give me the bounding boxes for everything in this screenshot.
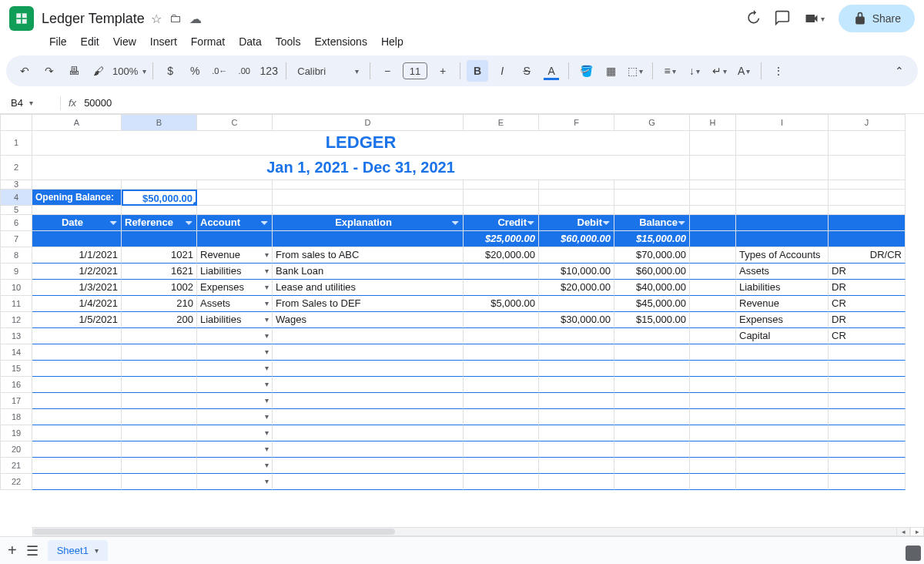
cell-balance[interactable]: $60,000.00	[614, 264, 690, 280]
cell-date[interactable]: 1/3/2021	[32, 280, 122, 296]
cell-account[interactable]: Liabilities▾	[197, 264, 273, 280]
redo-icon[interactable]: ↷	[38, 60, 60, 82]
cell-ref[interactable]: 1002	[122, 280, 197, 296]
account-type[interactable]: Revenue	[736, 296, 829, 312]
name-box[interactable]: B4▾	[6, 97, 60, 109]
row-header-8[interactable]: 8	[0, 247, 32, 264]
account-type[interactable]: Capital	[736, 328, 829, 344]
hdr-debit[interactable]: Debit⏷	[539, 215, 614, 231]
col-header-d[interactable]: D	[273, 114, 464, 131]
merge-button[interactable]: ⬚▾	[624, 60, 646, 82]
row-header-10[interactable]: 10	[0, 280, 32, 296]
cell-explanation[interactable]: Wages	[273, 312, 464, 328]
document-title[interactable]: Ledger Template	[42, 11, 145, 27]
accounts-header-type[interactable]: Types of Accounts	[736, 247, 829, 264]
more-formats-icon[interactable]: 123	[258, 60, 280, 82]
dropdown-icon[interactable]: ▾	[265, 458, 269, 473]
row-header-9[interactable]: 9	[0, 264, 32, 280]
select-all-corner[interactable]	[0, 114, 32, 131]
font-select[interactable]: Calibri▾	[293, 65, 363, 77]
paint-format-icon[interactable]: 🖌	[88, 60, 109, 82]
col-header-h[interactable]: H	[690, 114, 736, 131]
filter-icon[interactable]: ⏷	[185, 215, 193, 230]
cell-balance[interactable]: $15,000.00	[614, 312, 690, 328]
row-header-14[interactable]: 14	[0, 344, 32, 361]
cell-credit[interactable]	[464, 280, 539, 296]
explore-icon[interactable]	[906, 546, 921, 561]
cell-credit[interactable]: $20,000.00	[464, 247, 539, 264]
total-debit[interactable]: $60,000.00	[539, 231, 614, 247]
decrease-font-icon[interactable]: −	[377, 60, 398, 82]
cell-account[interactable]: ▾	[197, 393, 273, 409]
cell-date[interactable]: 1/2/2021	[32, 264, 122, 280]
dropdown-icon[interactable]: ▾	[265, 441, 269, 457]
zoom-select[interactable]: 100%▾	[112, 65, 146, 77]
cloud-icon[interactable]: ☁	[189, 12, 202, 26]
cell-debit[interactable]	[539, 296, 614, 312]
total-balance[interactable]: $15,000.00	[614, 231, 690, 247]
hdr-balance[interactable]: Balance⏷	[614, 215, 690, 231]
italic-button[interactable]: I	[491, 60, 513, 82]
filter-icon[interactable]: ⏷	[527, 215, 535, 230]
share-button[interactable]: Share	[839, 5, 915, 32]
accounts-header-drcr[interactable]: DR/CR	[829, 247, 906, 264]
meet-icon[interactable]: ▾	[804, 11, 825, 26]
spreadsheet-grid[interactable]: A B C D E F G H I J 1 LEDGER 2 Jan 1, 20…	[0, 114, 924, 522]
account-drcr[interactable]: DR	[829, 280, 906, 296]
hdr-date[interactable]: Date⏷	[32, 215, 122, 231]
cell-date[interactable]: 1/5/2021	[32, 312, 122, 328]
menu-data[interactable]: Data	[233, 32, 268, 51]
account-drcr[interactable]: CR	[829, 296, 906, 312]
cell-debit[interactable]: $10,000.00	[539, 264, 614, 280]
dropdown-icon[interactable]: ▾	[265, 425, 269, 441]
row-header-19[interactable]: 19	[0, 425, 32, 441]
text-color-button[interactable]: A	[541, 60, 562, 82]
row-header-11[interactable]: 11	[0, 296, 32, 312]
cell-account[interactable]: ▾	[197, 458, 273, 474]
menu-insert[interactable]: Insert	[144, 32, 183, 51]
col-header-a[interactable]: A	[32, 114, 122, 131]
cell-ref[interactable]: 200	[122, 312, 197, 328]
cell-date[interactable]: 1/4/2021	[32, 296, 122, 312]
cell-debit[interactable]: $20,000.00	[539, 280, 614, 296]
sheets-logo[interactable]	[9, 6, 34, 31]
row-header-18[interactable]: 18	[0, 409, 32, 425]
dropdown-icon[interactable]: ▾	[265, 344, 269, 360]
fill-color-button[interactable]: 🪣	[575, 60, 597, 82]
hdr-reference[interactable]: Reference⏷	[122, 215, 197, 231]
col-header-b[interactable]: B	[122, 114, 197, 131]
history-icon[interactable]	[745, 10, 761, 28]
filter-icon[interactable]: ⏷	[678, 215, 686, 230]
cell-date[interactable]: 1/1/2021	[32, 247, 122, 264]
filter-icon[interactable]: ⏷	[260, 215, 269, 230]
row-header-16[interactable]: 16	[0, 377, 32, 393]
strikethrough-button[interactable]: S	[516, 60, 537, 82]
cell-credit[interactable]: $5,000.00	[464, 296, 539, 312]
valign-button[interactable]: ↓▾	[684, 60, 705, 82]
row-header-17[interactable]: 17	[0, 393, 32, 409]
cell-ref[interactable]: 1621	[122, 264, 197, 280]
dropdown-icon[interactable]: ▾	[265, 296, 269, 311]
move-icon[interactable]: 🗀	[169, 12, 182, 25]
row-header-2[interactable]: 2	[0, 156, 32, 180]
menu-edit[interactable]: Edit	[75, 32, 105, 51]
menu-extensions[interactable]: Extensions	[308, 32, 373, 51]
sheet-tab-1[interactable]: Sheet1▾	[48, 540, 108, 561]
menu-file[interactable]: File	[43, 32, 73, 51]
dropdown-icon[interactable]: ▾	[265, 409, 269, 425]
cell-account[interactable]: ▾	[197, 328, 273, 344]
cell-explanation[interactable]: Bank Loan	[273, 264, 464, 280]
col-header-g[interactable]: G	[614, 114, 690, 131]
filter-icon[interactable]: ⏷	[602, 215, 611, 230]
opening-balance-label[interactable]: Opening Balance:	[32, 190, 122, 206]
menu-tools[interactable]: Tools	[270, 32, 307, 51]
cell-explanation[interactable]: Lease and utilities	[273, 280, 464, 296]
borders-button[interactable]: ▦	[600, 60, 621, 82]
cell-account[interactable]: Assets▾	[197, 296, 273, 312]
dropdown-icon[interactable]: ▾	[265, 247, 269, 263]
star-icon[interactable]: ☆	[151, 12, 162, 26]
account-type[interactable]: Expenses	[736, 312, 829, 328]
dropdown-icon[interactable]: ▾	[265, 264, 269, 279]
ledger-subtitle[interactable]: Jan 1, 2021 - Dec 31, 2021	[32, 156, 690, 180]
col-header-c[interactable]: C	[197, 114, 273, 131]
